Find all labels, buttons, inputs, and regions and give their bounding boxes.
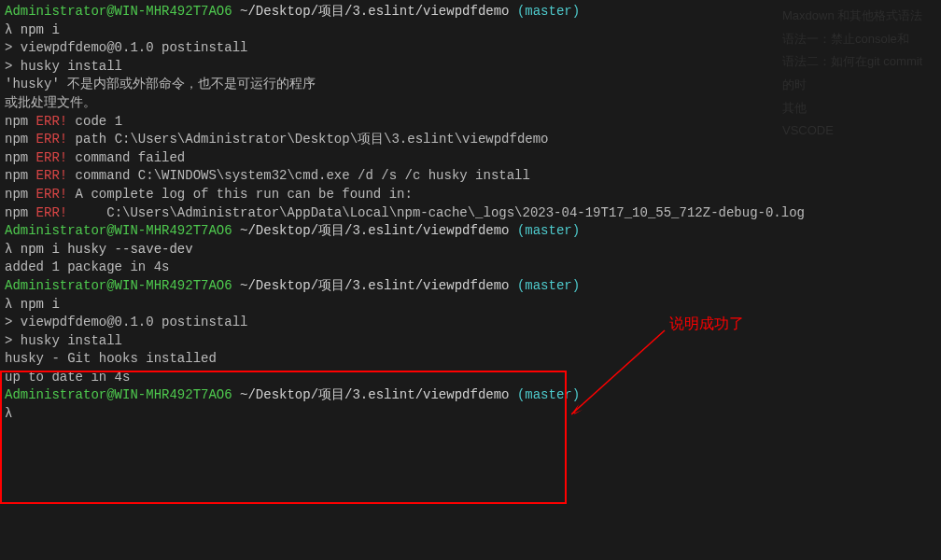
command-line-4: λ [5,405,936,424]
sidebar-ghost-line-4: 其他 [782,97,934,120]
command-line-2: λ npm i husky --save-dev [5,241,936,259]
prompt-line-3: Administrator@WIN-MHR492T7AO6 ~/Desktop/… [5,277,936,296]
sidebar-ghost-line-3: 语法二：如何在git commit的时 [782,50,934,96]
annotation-text: 说明成功了 [669,314,744,334]
sidebar-ghost-line-2: 语法一：禁止console和 [782,28,934,51]
npm-err-3: npm ERR! command failed [5,149,936,168]
husky-installed: husky - Git hooks installed [5,350,936,369]
npm-err-5: npm ERR! A complete log of this run can … [5,186,936,204]
added-packages: added 1 package in 4s [5,259,936,277]
sidebar-ghost-line-5: VSCODE [782,119,934,143]
output-3: > viewpdfdemo@0.1.0 postinstall [5,314,936,332]
npm-err-4: npm ERR! command C:\WINDOWS\system32\cmd… [5,167,936,186]
output-4: > husky install [5,332,936,351]
sidebar-ghost-line-1: Maxdown 和其他格式语法 [782,5,934,28]
npm-err-6: npm ERR! C:\Users\Administrator\AppData\… [5,204,936,223]
command-line-3: λ npm i [5,296,936,315]
sidebar-ghost: Maxdown 和其他格式语法 语法一：禁止console和 语法二：如何在gi… [775,0,941,147]
prompt-line-2: Administrator@WIN-MHR492T7AO6 ~/Desktop/… [5,222,936,241]
prompt-line-4: Administrator@WIN-MHR492T7AO6 ~/Desktop/… [5,386,936,405]
uptodate: up to date in 4s [5,369,936,387]
